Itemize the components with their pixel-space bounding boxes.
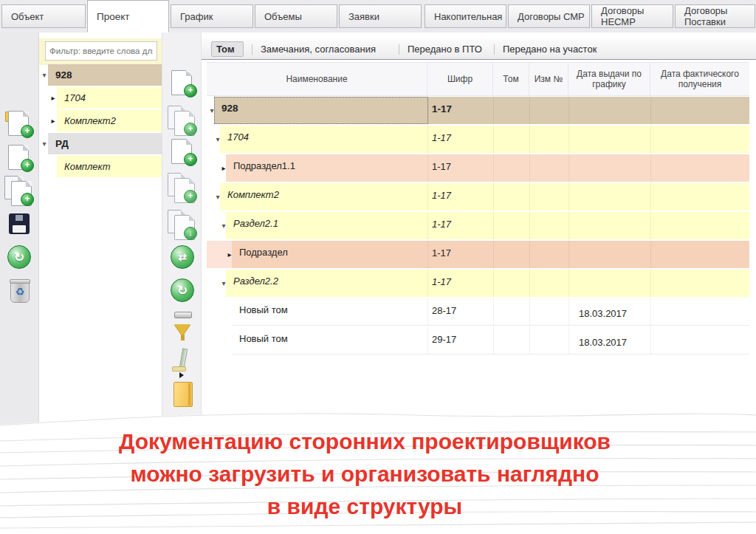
tree-item-928[interactable]: 928 — [39, 64, 162, 86]
separator — [252, 44, 252, 55]
tree-filter-input[interactable] — [45, 41, 157, 61]
add-document-2-icon[interactable] — [171, 139, 194, 164]
tab-project[interactable]: Проект — [87, 0, 169, 32]
subtab-sent-pto[interactable]: Передано в ПТО — [408, 44, 486, 55]
tab-schedule[interactable]: График — [171, 4, 253, 28]
tab-volumes[interactable]: Объемы — [255, 4, 337, 28]
add-folder-icon[interactable] — [7, 111, 31, 136]
column-header-name[interactable]: Наименование — [207, 63, 427, 95]
collapse-icon[interactable] — [213, 192, 222, 202]
add-document-icon[interactable] — [7, 145, 31, 170]
filter-funnel-icon[interactable] — [171, 321, 194, 346]
sync-icon[interactable] — [171, 245, 194, 270]
copy-document-icon[interactable] — [171, 109, 194, 134]
edit-pencil-icon[interactable] — [171, 349, 194, 374]
refresh-icon[interactable] — [171, 278, 194, 304]
tab-requests[interactable]: Заявки — [339, 4, 422, 28]
table-row[interactable]: Раздел2.2 1-17 — [207, 270, 749, 297]
slide-caption: Документацию сторонних проектировщиков м… — [0, 425, 729, 523]
table-row[interactable]: Новый том 28-17 18.03.2017 — [207, 298, 749, 326]
collapse-icon[interactable] — [213, 134, 222, 145]
delete-icon[interactable] — [7, 278, 31, 304]
table-row[interactable]: 928 1-17 — [207, 97, 749, 124]
left-toolbar — [0, 32, 39, 425]
expand-icon[interactable] — [219, 163, 228, 174]
table-row[interactable]: Раздел2.1 1-17 — [207, 212, 749, 239]
subtab-remarks[interactable]: Замечания, согласования — [261, 44, 391, 55]
sub-tab-bar: Том Замечания, согласования Передано в П… — [202, 39, 756, 60]
slide-footer: Документацию сторонних проектировщиков м… — [0, 403, 756, 534]
table-row[interactable]: Подраздел1.1 1-17 — [207, 154, 749, 182]
tree-item-1704[interactable]: 1704 — [39, 87, 162, 109]
collapse-icon[interactable] — [219, 278, 228, 289]
table-row[interactable]: Новый том 29-17 18.03.2017 — [207, 327, 749, 355]
copy-document-2-icon[interactable] — [171, 176, 194, 201]
tab-object[interactable]: Объект — [1, 4, 86, 28]
documents-table: Наименование Шифр Том Изм № Дата выдачи … — [207, 62, 749, 356]
table-row-selected[interactable]: Подраздел 1-17 — [207, 241, 749, 268]
tree-item-komplekt[interactable]: Комплект — [39, 156, 162, 177]
import-document-icon[interactable] — [171, 213, 194, 238]
tree-list: 928 1704 Комплект2 РД Комплект — [39, 64, 162, 179]
copy-document-icon[interactable] — [7, 179, 31, 204]
expand-arrow-icon[interactable] — [171, 371, 194, 380]
separator — [399, 44, 399, 55]
add-document-icon[interactable] — [171, 70, 194, 95]
project-tree-panel: 928 1704 Комплект2 РД Комплект — [39, 32, 162, 425]
table-toolbar — [162, 32, 202, 420]
table-header: Наименование Шифр Том Изм № Дата выдачи … — [207, 62, 749, 96]
collapse-icon[interactable] — [219, 221, 228, 231]
table-row[interactable]: 1704 1-17 — [207, 126, 749, 153]
tab-cumulative[interactable]: Накопительная — [425, 4, 506, 28]
subtab-volume[interactable]: Том — [211, 41, 244, 57]
caption-line: можно загрузить и организовать наглядно — [0, 458, 729, 490]
app-window: Объект Проект График Объемы Заявки Накоп… — [0, 0, 756, 534]
column-header-date-fact[interactable]: Дата фактического получения — [650, 63, 749, 95]
refresh-icon[interactable] — [7, 245, 31, 270]
tab-contracts-supply[interactable]: Договоры Поставки — [675, 4, 755, 28]
caption-line: Документацию сторонних проектировщиков — [0, 425, 729, 458]
save-icon[interactable] — [7, 212, 31, 237]
tree-item-rd[interactable]: РД — [39, 133, 162, 154]
tree-item-komplekt2[interactable]: Комплект2 — [39, 110, 162, 131]
tab-contracts-nesmr[interactable]: Договоры НЕСМР — [591, 4, 673, 28]
caption-line: в виде структуры — [0, 490, 729, 523]
main-area: Том Замечания, согласования Передано в П… — [202, 32, 756, 420]
column-header-code[interactable]: Шифр — [427, 63, 493, 95]
expand-icon[interactable] — [225, 250, 234, 260]
filter-strip — [39, 38, 162, 65]
subtab-sent-site[interactable]: Передано на участок — [503, 44, 614, 55]
column-header-date-plan[interactable]: Дата выдачи по графику — [568, 63, 650, 95]
column-header-volume[interactable]: Том — [493, 63, 529, 95]
column-header-rev[interactable]: Изм № — [529, 63, 568, 95]
focus-cell-border — [214, 97, 428, 124]
separator — [494, 44, 495, 55]
main-tab-bar: Объект Проект График Объемы Заявки Накоп… — [0, 0, 756, 33]
tab-contracts-smr[interactable]: Договоры СМР — [508, 4, 590, 28]
table-row[interactable]: Комплект2 1-17 — [207, 183, 749, 210]
table-body: 928 1-17 1704 1-17 Подраздел1.1 1-17 — [207, 97, 749, 355]
